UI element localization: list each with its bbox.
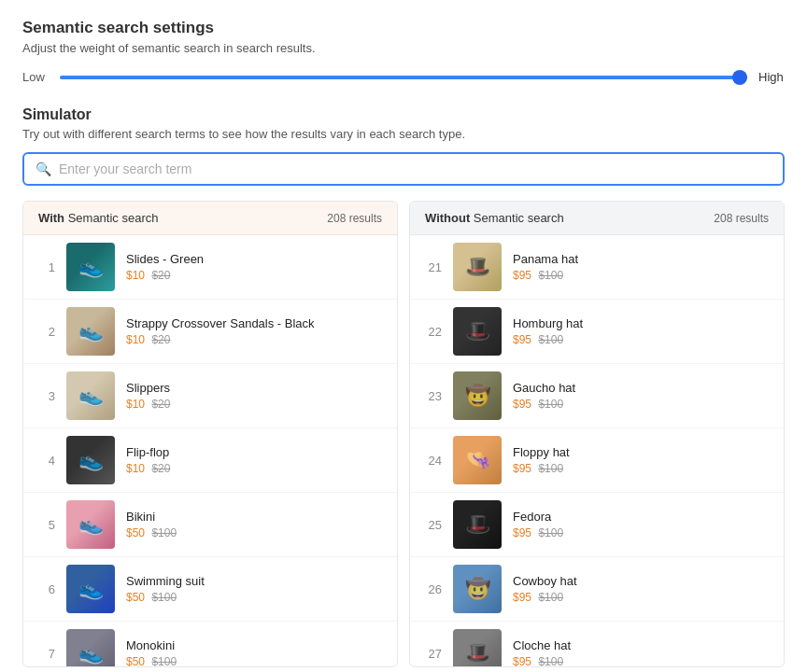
item-name: Floppy hat [513, 445, 769, 459]
list-item: 5 👟 Bikini $50 $100 [23, 493, 397, 557]
price-original: $20 [151, 333, 170, 346]
item-rank: 4 [38, 454, 55, 468]
item-rank: 26 [425, 582, 442, 596]
slider-row: Low High [22, 70, 785, 84]
list-item: 1 👟 Slides - Green $10 $20 [23, 235, 397, 300]
item-rank: 27 [425, 647, 442, 661]
price-current: $50 [126, 591, 145, 604]
price-current: $95 [513, 655, 531, 666]
item-image: 👟 [66, 436, 115, 484]
item-image: 🤠 [453, 371, 502, 420]
item-image: 🎩 [453, 307, 502, 356]
with-panel-header: With Semantic search 208 results [23, 202, 397, 235]
item-prices: $95 $100 [513, 398, 769, 411]
item-prices: $50 $100 [126, 591, 382, 604]
without-panel-label: Without Semantic search [425, 211, 564, 225]
item-prices: $95 $100 [513, 526, 769, 539]
price-current: $10 [126, 269, 145, 282]
item-prices: $10 $20 [126, 462, 382, 475]
settings-description: Adjust the weight of semantic search in … [22, 41, 785, 55]
item-rank: 3 [38, 389, 55, 403]
with-panel-list[interactable]: 1 👟 Slides - Green $10 $20 2 👟 Strappy C… [23, 235, 397, 666]
item-info: Homburg hat $95 $100 [513, 316, 769, 346]
simulator-description: Try out with different search terms to s… [22, 127, 785, 141]
item-rank: 1 [38, 260, 55, 274]
item-name: Swimming suit [126, 574, 382, 588]
search-input[interactable] [59, 161, 772, 176]
with-panel-count: 208 results [327, 212, 382, 225]
item-name: Panama hat [513, 252, 769, 266]
item-image: 👟 [66, 629, 115, 666]
settings-section: Semantic search settings Adjust the weig… [22, 19, 785, 84]
without-semantic-panel: Without Semantic search 208 results 21 🎩… [409, 201, 785, 667]
price-original: $20 [151, 462, 170, 475]
item-rank: 2 [38, 325, 55, 339]
item-name: Flip-flop [126, 445, 382, 459]
price-current: $95 [513, 333, 531, 346]
without-panel-count: 208 results [714, 212, 769, 225]
semantic-weight-slider[interactable] [60, 76, 747, 79]
item-name: Fedora [513, 510, 769, 524]
list-item: 25 🎩 Fedora $95 $100 [410, 493, 784, 557]
item-prices: $10 $20 [126, 398, 382, 411]
item-info: Cowboy hat $95 $100 [513, 574, 769, 604]
item-prices: $10 $20 [126, 333, 382, 346]
item-rank: 21 [425, 260, 442, 274]
list-item: 6 👟 Swimming suit $50 $100 [23, 557, 397, 622]
price-current: $50 [126, 655, 145, 666]
list-item: 27 🎩 Cloche hat $95 $100 [410, 622, 784, 666]
item-prices: $10 $20 [126, 269, 382, 282]
item-image: 👟 [66, 243, 115, 291]
item-image: 🎩 [453, 243, 502, 291]
item-rank: 22 [425, 325, 442, 339]
list-item: 22 🎩 Homburg hat $95 $100 [410, 300, 784, 364]
item-image: 👟 [66, 500, 115, 549]
simulator-section: Simulator Try out with different search … [22, 106, 785, 667]
price-original: $100 [538, 462, 563, 475]
item-name: Homburg hat [513, 316, 769, 330]
price-current: $95 [513, 526, 531, 539]
list-item: 3 👟 Slippers $10 $20 [23, 364, 397, 428]
item-image: 👟 [66, 307, 115, 356]
price-current: $10 [126, 462, 145, 475]
search-icon: 🔍 [35, 161, 51, 176]
item-prices: $95 $100 [513, 333, 769, 346]
item-info: Swimming suit $50 $100 [126, 574, 382, 604]
item-name: Gaucho hat [513, 381, 769, 395]
item-prices: $95 $100 [513, 269, 769, 282]
item-rank: 25 [425, 518, 442, 532]
item-rank: 23 [425, 389, 442, 403]
price-original: $20 [151, 269, 170, 282]
price-original: $100 [538, 591, 563, 604]
item-info: Flip-flop $10 $20 [126, 445, 382, 475]
settings-title: Semantic search settings [22, 19, 785, 37]
item-info: Slides - Green $10 $20 [126, 252, 382, 282]
price-current: $10 [126, 398, 145, 411]
item-name: Slippers [126, 381, 382, 395]
item-name: Cowboy hat [513, 574, 769, 588]
item-prices: $50 $100 [126, 655, 382, 666]
item-info: Cloche hat $95 $100 [513, 638, 769, 666]
price-current: $95 [513, 269, 531, 282]
without-panel-list[interactable]: 21 🎩 Panama hat $95 $100 22 🎩 Homburg ha… [410, 235, 784, 666]
item-info: Fedora $95 $100 [513, 510, 769, 539]
item-rank: 5 [38, 518, 55, 532]
item-info: Floppy hat $95 $100 [513, 445, 769, 475]
list-item: 23 🤠 Gaucho hat $95 $100 [410, 364, 784, 428]
item-rank: 7 [38, 647, 55, 661]
item-info: Panama hat $95 $100 [513, 252, 769, 282]
item-info: Gaucho hat $95 $100 [513, 381, 769, 411]
price-original: $100 [151, 655, 177, 666]
price-current: $50 [126, 526, 145, 539]
list-item: 21 🎩 Panama hat $95 $100 [410, 235, 784, 300]
item-image: 🎩 [453, 500, 502, 549]
price-current: $95 [513, 591, 531, 604]
item-image: 🤠 [453, 565, 502, 613]
item-image: 👟 [66, 371, 115, 420]
item-prices: $95 $100 [513, 462, 769, 475]
price-original: $100 [151, 591, 177, 604]
item-prices: $95 $100 [513, 655, 769, 666]
slider-high-label: High [758, 70, 785, 84]
price-current: $95 [513, 398, 531, 411]
item-rank: 24 [425, 454, 442, 468]
